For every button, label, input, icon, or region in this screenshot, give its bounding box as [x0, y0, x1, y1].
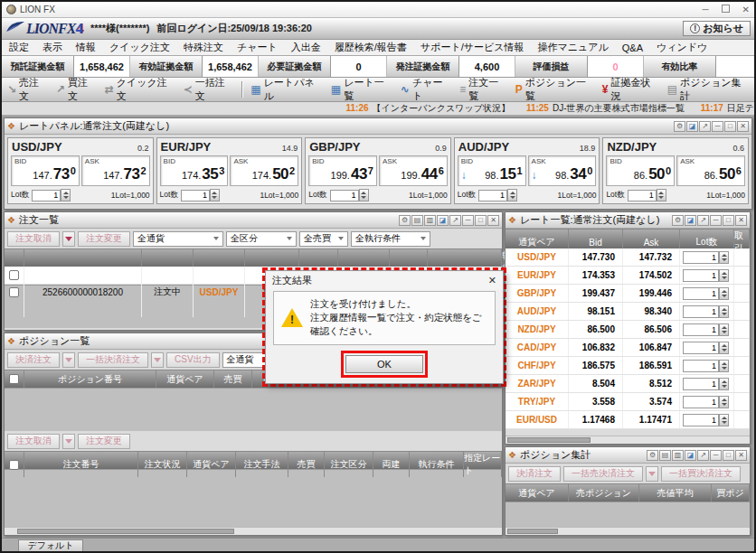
rate-row[interactable]: TRY/JPY3.5583.574	[506, 393, 750, 411]
lot-input[interactable]	[330, 190, 359, 202]
pin-icon[interactable]: ↗	[697, 215, 709, 226]
lot-input[interactable]	[628, 190, 657, 202]
ask-quote-button[interactable]: ASK174.502	[230, 155, 298, 186]
lot-input[interactable]	[478, 190, 507, 202]
layout-icon[interactable]: ▤	[411, 215, 423, 226]
gear-icon[interactable]: ⚙	[672, 215, 684, 226]
buy-order-button[interactable]: ↗買注文	[56, 76, 97, 103]
dialog-close-icon[interactable]: ✕	[488, 275, 496, 286]
bid-quote-button[interactable]: BID147.730	[11, 155, 80, 186]
menu-deposit[interactable]: 入出金	[291, 41, 321, 54]
lot-stepper[interactable]	[719, 360, 729, 372]
design-icon[interactable]: ◪	[437, 215, 449, 226]
order-list-button[interactable]: ≡注文一覧	[459, 76, 507, 103]
lot-stepper[interactable]	[719, 378, 729, 390]
gear-icon[interactable]: ⚙	[399, 215, 411, 226]
rate-row[interactable]: NZD/JPY86.50086.506	[506, 321, 750, 339]
pin-icon[interactable]: ↗	[697, 450, 709, 461]
minimize-icon[interactable]: ─	[710, 215, 722, 226]
menu-history[interactable]: 履歴検索/報告書	[335, 41, 407, 54]
csv-export-button[interactable]: CSV出力	[166, 352, 220, 368]
lot-input[interactable]	[683, 251, 719, 264]
scrollbar-thumb[interactable]	[507, 529, 558, 534]
close-order-button[interactable]: 決済注文	[7, 352, 60, 368]
menu-chart[interactable]: チャート	[237, 41, 278, 54]
lot-input[interactable]	[683, 287, 719, 300]
lot-input[interactable]	[683, 360, 719, 372]
position-summary-button[interactable]: ▤ポジション集計	[667, 76, 749, 103]
menu-manual[interactable]: 操作マニュアル	[537, 41, 608, 54]
menu-special-order[interactable]: 特殊注文	[184, 41, 223, 54]
tab-default-workspace[interactable]: デフォルト	[18, 539, 83, 551]
condition-filter-select[interactable]: 全執行条件	[351, 231, 430, 247]
pin-icon[interactable]: ↗	[699, 121, 711, 132]
lot-stepper[interactable]	[61, 189, 71, 202]
sell-order-button[interactable]: ↘売注文	[7, 76, 48, 103]
lot-stepper[interactable]	[359, 189, 369, 202]
maximize-icon[interactable]: □	[723, 215, 734, 226]
minimize-icon[interactable]: ─	[712, 121, 723, 132]
close-icon[interactable]: ✕	[735, 450, 747, 461]
window-maximize-icon[interactable]	[722, 5, 730, 13]
close-icon[interactable]: ✕	[735, 215, 747, 226]
select-all-checkbox[interactable]	[9, 374, 19, 384]
chart-button[interactable]: ∿チャート	[401, 76, 451, 103]
gear-icon[interactable]: ⚙	[674, 121, 685, 132]
order-cancel-button[interactable]: 注文取消	[7, 434, 60, 449]
notice-button[interactable]: ! お知らせ	[683, 21, 751, 36]
menu-support[interactable]: サポート/サービス情報	[421, 41, 524, 54]
copy-icon[interactable]: ▥	[672, 450, 684, 461]
lot-stepper[interactable]	[210, 189, 220, 202]
menu-qa[interactable]: Q&A	[622, 42, 643, 53]
minimize-icon[interactable]: ─	[710, 450, 722, 461]
order-cancel-dropdown[interactable]	[62, 231, 75, 247]
lot-stepper[interactable]	[719, 251, 729, 264]
scrollbar-thumb[interactable]	[17, 529, 234, 534]
rate-row[interactable]: CHF/JPY186.575186.591	[506, 357, 750, 375]
bid-quote-button[interactable]: BID↓98.151	[458, 155, 526, 186]
design-icon[interactable]: ◪	[686, 121, 698, 132]
gear-icon[interactable]: ⚙	[647, 450, 658, 461]
rate-row[interactable]: EUR/JPY174.353174.502	[506, 267, 750, 285]
lot-stepper[interactable]	[719, 396, 729, 408]
close-icon[interactable]: ✕	[737, 121, 749, 132]
lot-stepper[interactable]	[507, 189, 517, 202]
order-cancel-button[interactable]: 注文取消	[7, 231, 60, 247]
bulk-buy-close-button[interactable]: 一括買決済注文	[661, 466, 741, 482]
bid-quote-button[interactable]: BID199.437	[308, 155, 377, 186]
rate-row[interactable]: USD/JPY147.730147.732	[506, 248, 750, 267]
lot-stepper[interactable]	[719, 287, 729, 300]
row-checkbox[interactable]	[9, 287, 19, 297]
lot-stepper[interactable]	[719, 323, 729, 336]
position-list-button[interactable]: Pポジション一覧	[515, 76, 594, 103]
bulk-close-dropdown[interactable]	[151, 352, 164, 368]
lot-input[interactable]	[683, 305, 719, 318]
horizontal-scrollbar[interactable]	[506, 527, 750, 535]
bulk-close-button[interactable]: 一括決済注文	[78, 352, 148, 368]
lot-input[interactable]	[683, 269, 719, 282]
select-all-checkbox[interactable]	[9, 460, 19, 470]
lot-input[interactable]	[683, 414, 719, 426]
lot-input[interactable]	[683, 378, 719, 390]
order-modify-button[interactable]: 注文変更	[78, 434, 130, 449]
currency-filter-select[interactable]: 全通貨	[133, 231, 223, 247]
rate-list-button[interactable]: ▦レート一覧	[331, 76, 392, 103]
horizontal-scrollbar[interactable]	[506, 436, 750, 444]
rate-row[interactable]: CAD/JPY106.832106.847	[506, 339, 750, 357]
close-order-dropdown[interactable]	[62, 352, 75, 368]
category-filter-select[interactable]: 全区分	[226, 231, 297, 247]
maximize-icon[interactable]: □	[723, 450, 734, 461]
lot-input[interactable]	[32, 190, 61, 202]
lot-stepper[interactable]	[719, 414, 729, 426]
ask-quote-button[interactable]: ASK147.732	[81, 155, 150, 186]
rate-panel-button[interactable]: ▦レートパネル	[250, 76, 323, 103]
lot-stepper[interactable]	[719, 269, 729, 282]
close-icon[interactable]: ✕	[487, 215, 499, 226]
minimize-icon[interactable]: ─	[462, 215, 474, 226]
batch-order-button[interactable]: ≺一括注文	[184, 76, 234, 103]
bid-quote-button[interactable]: BID86.500	[606, 155, 675, 186]
lot-input[interactable]	[683, 396, 719, 408]
menu-info[interactable]: 情報	[76, 41, 96, 54]
scrollbar-thumb[interactable]	[507, 437, 591, 443]
lot-input[interactable]	[683, 342, 719, 354]
